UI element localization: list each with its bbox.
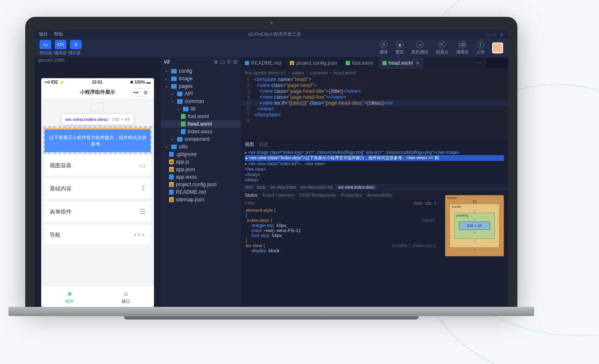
json-file-icon: {} (169, 182, 174, 187)
dom-breakpoints-tab[interactable]: DOM Breakpoints (300, 193, 336, 198)
phone-tab-api[interactable]: ◻接口 (98, 286, 154, 307)
file-app-js[interactable]: JSapp.js (161, 158, 241, 166)
cls-toggle[interactable]: .cls (424, 200, 432, 206)
refresh-icon[interactable]: ⟳ (227, 59, 231, 65)
code-editor[interactable]: 1<template name="head"> 2 <view class="p… (241, 76, 508, 140)
tab-foot-wxml[interactable]: foot.wxml (342, 57, 378, 69)
capsule-close-icon[interactable]: ⊙ (141, 89, 150, 96)
tab-project-config[interactable]: {}project.config.json (286, 57, 342, 69)
project-root[interactable]: v2 (164, 59, 170, 65)
wxss-file-icon (181, 129, 186, 134)
folder-icon (171, 69, 177, 74)
action-clear-cache[interactable]: ⌫清缓存 (456, 41, 469, 55)
new-file-icon[interactable]: ⊕ (214, 59, 218, 65)
list-item[interactable]: 基础内容𝕋 (45, 179, 151, 198)
folder-config[interactable]: ▸config (161, 67, 241, 75)
phone-tab-component[interactable]: ▦组件 (41, 286, 98, 307)
dom-tree[interactable]: ▸ <wx-image class="index-logo" src="../r… (241, 149, 508, 184)
list-item[interactable]: 视图容器▭ (45, 156, 151, 175)
mode-simulator-button[interactable]: ▭ (40, 40, 51, 49)
add-rule-button[interactable]: + (434, 200, 437, 206)
action-preview[interactable]: ◉预览 (395, 41, 404, 55)
text-icon: 𝕋 (141, 185, 146, 193)
folder-icon (171, 145, 177, 149)
background-icon: ⇱ (438, 41, 446, 48)
list-item[interactable]: 表单组件☰ (45, 202, 151, 222)
component-tab-icon: ▦ (41, 289, 98, 298)
action-compile[interactable]: ⟳编译 (379, 41, 388, 55)
action-remote-debug[interactable]: ▭真机调试 (411, 41, 428, 55)
phone-capsule[interactable]: ••• ⊙ (131, 88, 151, 97)
new-folder-icon[interactable]: ▢ (220, 59, 225, 65)
file-gitignore[interactable]: .gitignore (161, 150, 241, 158)
minimize-icon[interactable]: — (486, 32, 490, 36)
box-model: margin10 border– padding– 240 × 44 – – – (441, 191, 508, 307)
menubar: 项目 帮助 v2-FinClip小程序开发工具 — □ ✕ (34, 29, 508, 39)
window-title: v2-FinClip小程序开发工具 (69, 31, 480, 37)
file-foot-wxml[interactable]: foot.wxml (161, 113, 241, 120)
mode-simulator-label: 模拟器 (40, 50, 52, 56)
folder-lib[interactable]: ▸lib (161, 105, 241, 113)
minimap-thumb (486, 58, 508, 68)
api-tab-icon: ◻ (98, 289, 154, 298)
md-file-icon (169, 190, 174, 195)
action-upload[interactable]: ↥上传 (476, 41, 485, 55)
folder-icon (171, 76, 177, 81)
folder-image[interactable]: ▸image (161, 75, 241, 82)
tab-head-wxml[interactable]: head.wxml✕ (378, 57, 424, 69)
file-sitemap[interactable]: {}sitemap.json (161, 196, 241, 203)
close-icon[interactable]: ✕ (500, 32, 504, 36)
camera-dot (270, 22, 273, 24)
tabs-more-icon[interactable]: ⋯ (473, 60, 485, 66)
menu-help[interactable]: 帮助 (54, 31, 63, 37)
capsule-more-icon[interactable]: ••• (132, 89, 141, 96)
phone-battery: ✱ 100% ▬ (130, 80, 151, 84)
laptop-foot (124, 316, 419, 319)
maximize-icon[interactable]: □ (493, 32, 497, 36)
devtools-tab-console[interactable]: 日志 (259, 141, 268, 148)
hov-toggle[interactable]: :hov (413, 200, 422, 206)
inspected-element[interactable]: 以下将展示小程序官方组件能力，组件样式仅供参考。 (45, 128, 151, 152)
devtools-tab-elements[interactable]: 视图 (245, 141, 254, 148)
wxml-file-icon (346, 61, 350, 65)
css-rules[interactable]: element.style { } <style>.index-desc { m… (241, 207, 441, 254)
tab-close-icon[interactable]: ✕ (416, 61, 419, 66)
folder-common[interactable]: ▾common (161, 98, 241, 105)
accessibility-tab[interactable]: Accessibility (367, 193, 392, 198)
file-project-config[interactable]: {}project.config.json (161, 181, 241, 188)
action-background[interactable]: ⇱切后台 (436, 41, 448, 55)
js-file-icon: JS (169, 159, 174, 164)
file-index-wxss[interactable]: index.wxss (161, 128, 241, 135)
simulator-panel: iphone6 100% ••ıl IDE ⚡ 10:01 ✱ 100% ▬ 小… (34, 57, 161, 307)
styles-tab[interactable]: Styles (245, 193, 257, 198)
tab-readme[interactable]: README.md (241, 57, 286, 69)
folder-utils[interactable]: ▸utils (161, 143, 241, 150)
inspect-tooltip: wx-view.index-desc 240 × 44 (62, 114, 133, 124)
upload-icon: ↥ (477, 41, 484, 48)
folder-component[interactable]: ▸component (161, 135, 241, 143)
list-item[interactable]: 导航∘∘∘ (45, 225, 151, 245)
styles-filter-input[interactable]: Filter (245, 200, 411, 206)
properties-tab[interactable]: Properties (341, 193, 362, 198)
container-icon: ▭ (139, 161, 146, 169)
file-readme[interactable]: README.md (161, 188, 241, 196)
mode-debugger-button[interactable]: ≡ (70, 40, 82, 49)
event-listeners-tab[interactable]: Event Listeners (262, 193, 294, 198)
mode-editor-button[interactable]: </> (55, 40, 66, 49)
mode-editor-label: 编辑器 (54, 50, 66, 56)
avatar[interactable] (492, 42, 503, 53)
folder-icon (183, 107, 188, 111)
folder-icon (177, 137, 183, 142)
file-app-wxss[interactable]: app.wxss (161, 173, 241, 181)
folder-pages[interactable]: ▾pages (161, 82, 241, 90)
phone-page-title: 小程序组件展示 (80, 89, 115, 96)
phone-time: 10:01 (92, 80, 103, 84)
laptop-frame: 项目 帮助 v2-FinClip小程序开发工具 — □ ✕ ▭ </> ≡ (25, 17, 517, 319)
phone-preview: ••ıl IDE ⚡ 10:01 ✱ 100% ▬ 小程序组件展示 ••• ⊙ (41, 78, 154, 307)
menu-project[interactable]: 项目 (39, 31, 48, 37)
collapse-icon[interactable]: ⊟ (233, 59, 237, 65)
preview-icon: ◉ (396, 41, 403, 48)
file-app-json[interactable]: {}app.json (161, 166, 241, 173)
file-head-wxml[interactable]: head.wxml (161, 120, 241, 128)
folder-api[interactable]: ▸API (161, 90, 241, 98)
